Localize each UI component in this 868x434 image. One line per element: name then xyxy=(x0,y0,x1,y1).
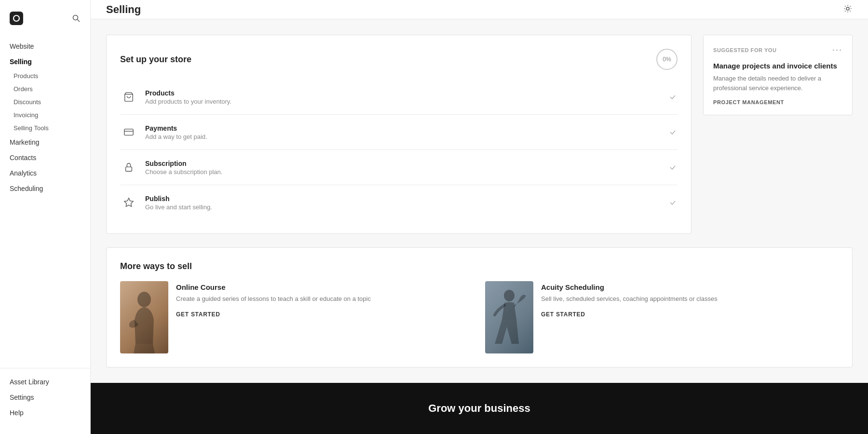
grow-section: Grow your business xyxy=(91,383,868,434)
suggested-header: Suggested for you ··· xyxy=(713,45,842,55)
main-header: Selling xyxy=(91,0,868,19)
way-item-acuity[interactable]: Acuity Scheduling Sell live, scheduled s… xyxy=(485,281,839,353)
online-course-cta[interactable]: Get Started xyxy=(176,311,220,318)
svg-rect-7 xyxy=(126,167,132,171)
suggested-desc: Manage the details needed to deliver a p… xyxy=(713,74,842,93)
sidebar-item-marketing[interactable]: Marketing xyxy=(0,135,90,150)
cards-row: Set up your store 0% Products Add xyxy=(106,35,853,234)
more-ways-title: More ways to sell xyxy=(120,261,839,271)
step-publish-title: Publish xyxy=(145,195,668,203)
step-subscription-title: Subscription xyxy=(145,160,668,167)
online-course-title: Online Course xyxy=(176,283,474,291)
setup-store-card: Set up your store 0% Products Add xyxy=(106,35,692,234)
step-payments-content: Payments Add a way to get paid. xyxy=(145,124,668,140)
step-publish-check xyxy=(668,198,678,207)
ellipsis-icon[interactable]: ··· xyxy=(832,45,842,55)
step-products-title: Products xyxy=(145,89,668,97)
svg-marker-8 xyxy=(124,198,133,206)
setup-store-title: Set up your store xyxy=(120,54,191,65)
way-item-online-course[interactable]: Online Course Create a guided series of … xyxy=(120,281,474,353)
sidebar-item-discounts[interactable]: Discounts xyxy=(0,95,90,108)
sidebar-item-selling[interactable]: Selling xyxy=(0,54,90,69)
sidebar-item-analytics[interactable]: Analytics xyxy=(0,165,90,181)
suggested-card: Suggested for you ··· Manage projects an… xyxy=(703,35,853,115)
grow-title: Grow your business xyxy=(106,402,853,415)
publish-icon xyxy=(120,194,137,211)
step-products-desc: Add products to your inventory. xyxy=(145,98,668,105)
step-subscription-check xyxy=(668,163,678,172)
more-ways-card: More ways to sell xyxy=(106,247,853,367)
svg-point-1 xyxy=(73,15,78,20)
sidebar-item-scheduling[interactable]: Scheduling xyxy=(0,181,90,196)
sidebar-bottom: Asset Library Settings Help xyxy=(0,368,90,426)
svg-rect-0 xyxy=(10,12,23,25)
online-course-image xyxy=(120,281,168,353)
sidebar-item-products[interactable]: Products xyxy=(0,69,90,82)
acuity-cta[interactable]: Get Started xyxy=(541,311,585,318)
setup-step-subscription[interactable]: Subscription Choose a subscription plan. xyxy=(120,150,678,185)
acuity-image xyxy=(485,281,533,353)
svg-point-10 xyxy=(504,290,515,301)
ways-row: Online Course Create a guided series of … xyxy=(120,281,839,353)
setup-step-payments[interactable]: Payments Add a way to get paid. xyxy=(120,115,678,150)
step-publish-desc: Go live and start selling. xyxy=(145,203,668,211)
sidebar: Website Selling Products Orders Discount… xyxy=(0,0,91,434)
online-course-desc: Create a guided series of lessons to tea… xyxy=(176,294,474,304)
suggested-title: Manage projects and invoice clients xyxy=(713,62,842,70)
acuity-desc: Sell live, scheduled services, coaching … xyxy=(541,294,839,304)
settings-gear-icon[interactable] xyxy=(843,4,853,15)
progress-badge: 0% xyxy=(656,49,678,70)
svg-line-2 xyxy=(78,20,80,22)
sidebar-item-help[interactable]: Help xyxy=(0,405,90,420)
sidebar-item-website[interactable]: Website xyxy=(0,39,90,54)
suggested-tag: Project Management xyxy=(713,99,842,105)
step-payments-desc: Add a way to get paid. xyxy=(145,133,668,140)
step-payments-check xyxy=(668,127,678,137)
payments-icon xyxy=(120,123,137,141)
online-course-content: Online Course Create a guided series of … xyxy=(176,281,474,353)
sidebar-header xyxy=(0,8,90,35)
cart-icon xyxy=(120,88,137,106)
squarespace-logo-icon xyxy=(10,12,23,27)
setup-card-header: Set up your store 0% xyxy=(120,49,678,70)
step-payments-title: Payments xyxy=(145,124,668,132)
setup-step-products[interactable]: Products Add products to your inventory. xyxy=(120,80,678,115)
acuity-title: Acuity Scheduling xyxy=(541,283,839,291)
sidebar-item-settings[interactable]: Settings xyxy=(0,390,90,405)
sidebar-item-asset-library[interactable]: Asset Library xyxy=(0,374,90,390)
sidebar-item-orders[interactable]: Orders xyxy=(0,82,90,95)
main-content: Selling Set up your store 0% xyxy=(91,0,868,434)
svg-point-3 xyxy=(846,7,849,10)
step-subscription-desc: Choose a subscription plan. xyxy=(145,168,668,176)
search-icon[interactable] xyxy=(72,14,81,25)
svg-rect-5 xyxy=(124,129,133,136)
lock-icon xyxy=(120,159,137,176)
step-products-content: Products Add products to your inventory. xyxy=(145,89,668,105)
sidebar-item-contacts[interactable]: Contacts xyxy=(0,150,90,165)
step-publish-content: Publish Go live and start selling. xyxy=(145,195,668,211)
sidebar-item-invoicing[interactable]: Invoicing xyxy=(0,108,90,122)
setup-step-publish[interactable]: Publish Go live and start selling. xyxy=(120,185,678,220)
sidebar-item-selling-tools[interactable]: Selling Tools xyxy=(0,122,90,135)
step-products-check xyxy=(668,92,678,102)
sidebar-nav: Website Selling Products Orders Discount… xyxy=(0,35,90,364)
svg-point-9 xyxy=(137,292,151,307)
acuity-content: Acuity Scheduling Sell live, scheduled s… xyxy=(541,281,839,353)
main-body: Set up your store 0% Products Add xyxy=(91,19,868,383)
suggested-label: Suggested for you xyxy=(713,47,776,53)
step-subscription-content: Subscription Choose a subscription plan. xyxy=(145,160,668,176)
page-title: Selling xyxy=(106,3,141,16)
